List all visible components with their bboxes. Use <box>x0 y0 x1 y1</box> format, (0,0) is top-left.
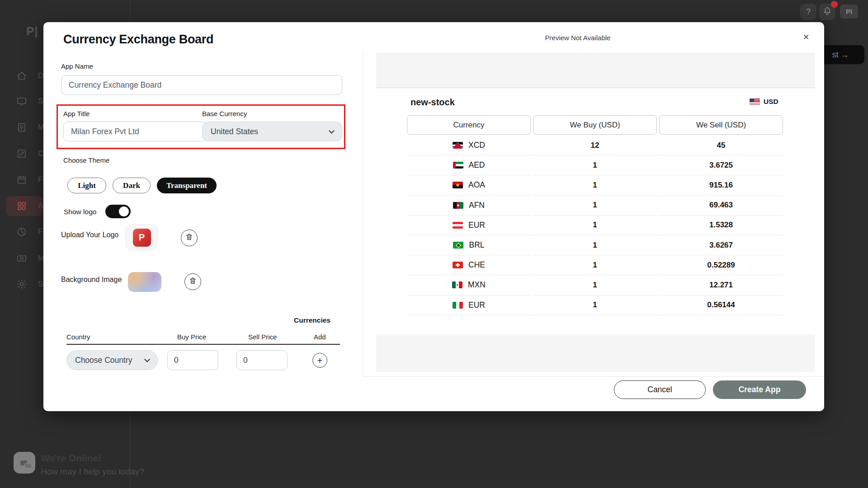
us-flag-icon <box>750 99 760 105</box>
chevron-down-icon <box>329 128 335 134</box>
app-title-input[interactable] <box>63 122 207 141</box>
sidebar-item-label: F <box>38 227 42 236</box>
cancel-button[interactable]: Cancel <box>614 380 706 399</box>
theme-option-light[interactable]: Light <box>67 178 106 193</box>
document-icon <box>16 122 27 133</box>
board-title: new-stock <box>410 97 455 108</box>
buy-price-input[interactable] <box>167 350 218 370</box>
base-currency-select[interactable]: United States <box>202 122 342 141</box>
create-app-button[interactable]: Create App <box>713 380 806 399</box>
sell-value: 0.56144 <box>707 300 735 310</box>
buy-value: 1 <box>593 261 597 270</box>
currency-cell: BRL <box>407 235 531 255</box>
currency-cell: CHE <box>407 255 531 275</box>
modal-title: Currency Exchange Board <box>63 33 213 47</box>
sell-value: 3.6725 <box>709 161 733 170</box>
sidebar-item-s-1[interactable]: S <box>16 91 43 111</box>
sell-cell: 0.52289 <box>659 255 783 275</box>
sidebar-item-label: M <box>38 123 43 132</box>
app-logo: P| <box>26 24 38 38</box>
sidebar-item-s-8[interactable]: S <box>16 274 43 294</box>
sell-cell: 45 <box>659 136 783 155</box>
sell-value: 12.271 <box>709 281 733 290</box>
footer-divider <box>363 376 824 377</box>
trash-icon <box>185 233 193 243</box>
help-button[interactable]: ? <box>800 4 816 20</box>
currency-exchange-modal: Currency Exchange Board Preview Not Avai… <box>43 22 824 411</box>
sidebar-item-f-4[interactable]: F <box>16 170 43 190</box>
show-logo-toggle[interactable] <box>105 205 131 218</box>
currency-code: MXN <box>468 280 486 290</box>
chat-bubbles-icon <box>15 455 33 471</box>
grid-icon <box>16 201 27 211</box>
gear-icon <box>16 279 27 290</box>
edit-icon <box>16 148 27 159</box>
currency-cell: AOA <box>407 175 531 195</box>
choose-theme-label: Choose Theme <box>63 156 109 164</box>
logo-monogram: P <box>133 229 151 247</box>
currency-cell: MXN <box>407 275 531 295</box>
add-column-label: Add <box>314 333 326 341</box>
sell-cell: 1.5328 <box>659 216 783 235</box>
delete-logo-button[interactable] <box>181 230 198 246</box>
sell-cell: 915.16 <box>659 175 783 195</box>
app-name-input[interactable] <box>61 75 342 95</box>
currency-cell: AFN <box>407 196 531 216</box>
buy-cell: 1 <box>533 155 657 175</box>
chat-widget-button[interactable] <box>14 452 35 474</box>
sell-cell: 3.6267 <box>659 235 783 255</box>
sidebar-item-a-5[interactable]: A <box>16 196 43 216</box>
sell-value: 3.6267 <box>709 241 733 250</box>
close-icon[interactable]: ✕ <box>799 30 813 44</box>
delete-background-button[interactable] <box>184 273 201 290</box>
sidebar-item-m-2[interactable]: M <box>16 117 43 137</box>
app-name-label: App Name <box>61 62 93 70</box>
choose-country-value: Choose Country <box>75 356 132 365</box>
it-flag-icon <box>453 302 463 309</box>
choose-country-select[interactable]: Choose Country <box>66 350 158 370</box>
base-currency-indicator: USD <box>750 98 778 106</box>
chat-status-title: We're Online! <box>41 453 101 464</box>
buy-value: 1 <box>593 241 597 250</box>
table-header: Currency <box>407 115 531 135</box>
logo-thumbnail[interactable]: P <box>125 224 158 251</box>
ag-flag-icon <box>453 142 463 149</box>
chevron-down-icon <box>144 357 150 362</box>
currency-code: AOA <box>468 180 485 190</box>
currency-cell: EUR <box>407 296 531 315</box>
home-icon <box>16 70 27 81</box>
pie-chart-icon <box>16 226 27 237</box>
user-avatar[interactable]: PI <box>840 5 858 19</box>
sell-price-input[interactable] <box>236 350 288 370</box>
columns-underline <box>66 344 340 345</box>
af-flag-icon <box>453 202 463 209</box>
theme-option-dark[interactable]: Dark <box>113 178 151 193</box>
sell-value: 69.463 <box>709 201 733 210</box>
country-column-label: Country <box>66 333 90 341</box>
currency-cell: AED <box>407 155 531 175</box>
sell-value: 0.52289 <box>707 261 735 270</box>
sidebar-item-c-3[interactable]: C <box>16 144 43 164</box>
sell-cell: 69.463 <box>659 196 783 216</box>
buy-value: 1 <box>593 161 597 170</box>
currency-code: EUR <box>468 221 485 230</box>
buy-value: 1 <box>593 221 597 230</box>
background-image-thumbnail[interactable] <box>128 272 161 292</box>
sidebar-item-m-7[interactable]: M <box>16 249 43 268</box>
buy-cell: 1 <box>533 216 657 235</box>
currency-code: XCD <box>468 141 485 150</box>
sidebar-item-label: C <box>38 149 43 158</box>
buy-cell: 12 <box>533 136 657 155</box>
add-currency-button[interactable]: + <box>312 353 327 368</box>
dollar-icon <box>16 253 27 264</box>
bell-icon <box>822 6 832 18</box>
sell-value: 45 <box>717 141 726 150</box>
sidebar-item-d-0[interactable]: D <box>16 66 43 86</box>
buy-cell: 1 <box>533 296 657 315</box>
sidebar-item-f-6[interactable]: F <box>16 222 43 242</box>
buy-cell: 1 <box>533 275 657 295</box>
currency-code: AFN <box>469 201 485 210</box>
br-flag-icon <box>453 242 463 249</box>
theme-option-transparent[interactable]: Transparent <box>157 178 217 193</box>
calendar-icon <box>16 174 27 185</box>
